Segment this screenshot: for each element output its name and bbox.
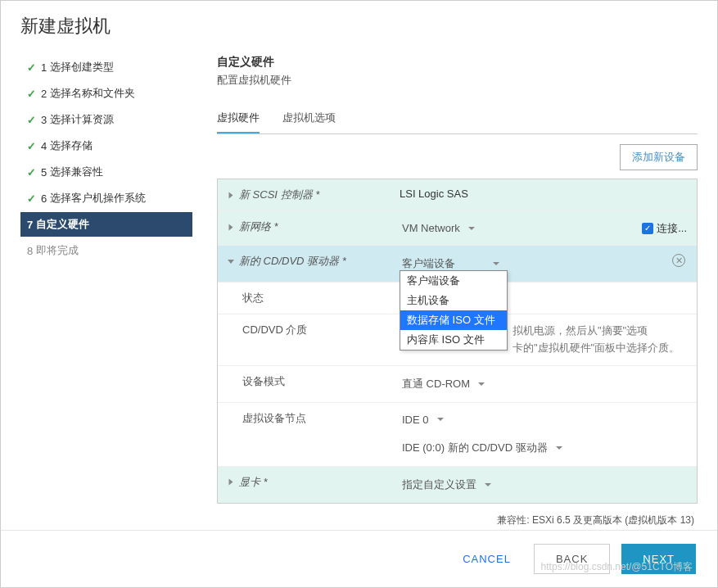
chevron-down-icon xyxy=(485,483,491,486)
check-icon: ✓ xyxy=(27,140,36,152)
row-device-mode: 设备模式 直通 CD-ROM xyxy=(218,366,697,403)
hardware-panel: 新 SCSI 控制器 * LSI Logic SAS 新网络 * VM Netw… xyxy=(217,179,698,504)
tab-vm-options[interactable]: 虚拟机选项 xyxy=(282,104,336,133)
caret-right-icon xyxy=(229,192,233,198)
tab-virtual-hardware[interactable]: 虚拟硬件 xyxy=(217,104,260,133)
ide-bus-select[interactable]: IDE 0 xyxy=(400,411,458,428)
section-title: 自定义硬件 xyxy=(217,55,698,70)
wizard-steps: ✓1 选择创建类型 ✓2 选择名称和文件夹 ✓3 选择计算资源 ✓4 选择存储 … xyxy=(20,47,192,530)
checkbox-checked-icon: ✓ xyxy=(642,223,653,234)
chevron-down-icon xyxy=(437,418,444,421)
modal-body: ✓1 选择创建类型 ✓2 选择名称和文件夹 ✓3 选择计算资源 ✓4 选择存储 … xyxy=(1,47,717,530)
modal-title: 新建虚拟机 xyxy=(20,14,698,38)
dropdown-item-client[interactable]: 客户端设备 xyxy=(400,271,507,291)
add-device-button[interactable]: 添加新设备 xyxy=(620,144,698,170)
network-select[interactable]: VM Network xyxy=(400,219,489,237)
back-button[interactable]: BACK xyxy=(534,544,610,574)
device-mode-select[interactable]: 直通 CD-ROM xyxy=(400,374,499,394)
new-vm-wizard-modal: 新建虚拟机 ✓1 选择创建类型 ✓2 选择名称和文件夹 ✓3 选择计算资源 ✓4… xyxy=(0,0,718,588)
remove-device-icon[interactable]: ✕ xyxy=(672,254,685,267)
chevron-down-icon xyxy=(478,382,485,386)
step-6[interactable]: ✓6 选择客户机操作系统 xyxy=(20,186,192,210)
row-scsi[interactable]: 新 SCSI 控制器 * LSI Logic SAS xyxy=(218,179,697,211)
check-icon: ✓ xyxy=(27,192,36,205)
row-gpu[interactable]: 显卡 * 指定自定义设置 xyxy=(218,467,697,503)
step-3[interactable]: ✓3 选择计算资源 xyxy=(20,107,192,132)
ide-slot-select[interactable]: IDE (0:0) 新的 CD/DVD 驱动器 xyxy=(400,438,576,458)
dropdown-item-datastore-iso[interactable]: 数据存储 ISO 文件 xyxy=(400,310,507,330)
step-5[interactable]: ✓5 选择兼容性 xyxy=(20,160,192,184)
caret-right-icon xyxy=(229,224,233,230)
dropdown-item-host[interactable]: 主机设备 xyxy=(400,291,507,310)
cd-source-dropdown: 客户端设备 主机设备 数据存储 ISO 文件 内容库 ISO 文件 xyxy=(400,270,508,351)
modal-footer: CANCEL BACK NEXT xyxy=(1,530,717,587)
chevron-down-icon xyxy=(556,446,562,450)
check-icon: ✓ xyxy=(27,88,36,100)
dropdown-item-library-iso[interactable]: 内容库 ISO 文件 xyxy=(400,330,507,350)
toolbar: 添加新设备 xyxy=(217,144,698,170)
row-device-node: 虚拟设备节点 IDE 0 IDE (0:0) 新的 CD/DVD 驱动器 xyxy=(218,403,697,467)
scsi-value: LSI Logic SAS xyxy=(400,188,468,200)
chevron-down-icon xyxy=(493,262,499,265)
caret-right-icon xyxy=(229,479,233,486)
connect-checkbox[interactable]: ✓连接... xyxy=(642,221,687,236)
row-network[interactable]: 新网络 * VM Network ✓连接... xyxy=(218,211,697,246)
check-icon: ✓ xyxy=(27,61,36,74)
chevron-down-icon xyxy=(468,227,475,230)
check-icon: ✓ xyxy=(27,166,36,179)
step-4[interactable]: ✓4 选择存储 xyxy=(20,133,192,158)
gpu-select[interactable]: 指定自定义设置 xyxy=(400,475,505,495)
check-icon: ✓ xyxy=(27,114,36,126)
caret-down-icon xyxy=(228,260,234,264)
row-cd-dvd[interactable]: 新的 CD/DVD 驱动器 * 客户端设备 ✕ 客户端设备 主机设备 数据存储 … xyxy=(218,246,697,283)
tabs: 虚拟硬件 虚拟机选项 xyxy=(217,104,698,134)
step-2[interactable]: ✓2 选择名称和文件夹 xyxy=(20,81,192,106)
content-pane: 自定义硬件 配置虚拟机硬件 虚拟硬件 虚拟机选项 添加新设备 新 SCSI 控制… xyxy=(192,47,698,530)
cancel-button[interactable]: CANCEL xyxy=(451,544,522,574)
next-button[interactable]: NEXT xyxy=(621,544,696,574)
step-1[interactable]: ✓1 选择创建类型 xyxy=(20,55,192,79)
step-8: 8 即将完成 xyxy=(20,238,192,263)
compatibility-label: 兼容性: ESXi 6.5 及更高版本 (虚拟机版本 13) xyxy=(217,513,698,527)
step-7[interactable]: 7 自定义硬件 xyxy=(20,212,192,237)
modal-header: 新建虚拟机 xyxy=(1,1,717,47)
section-subtitle: 配置虚拟机硬件 xyxy=(217,73,698,88)
